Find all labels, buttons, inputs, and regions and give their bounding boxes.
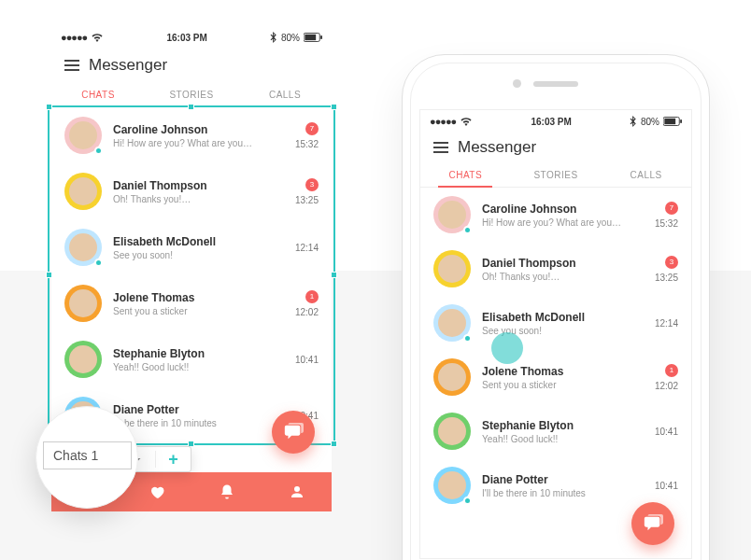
battery-icon (663, 117, 682, 126)
avatar (64, 341, 102, 378)
unread-badge: 1 (305, 290, 319, 303)
chat-time: 13:25 (655, 273, 678, 283)
chat-item[interactable]: Jolene ThomasSent you a sticker112:02 (420, 350, 691, 404)
device-mockup: ●●●●● 16:03 PM 80% Messenger CHATS STORI… (402, 54, 710, 560)
tab-chats[interactable]: CHATS (51, 82, 145, 106)
tab-bar: CHATS STORIES CALLS (420, 162, 691, 188)
chat-list[interactable]: Caroline JohnsonHi! How are you? What ar… (420, 188, 691, 512)
app-header: Messenger (420, 129, 691, 162)
tab-chats[interactable]: CHATS (420, 162, 511, 187)
nav-user[interactable] (262, 483, 332, 500)
fab-new-chat[interactable] (631, 502, 674, 545)
chat-preview: Sent you a sticker (113, 306, 284, 316)
chat-item[interactable]: Elisabeth McDonellSee you soon!12:14 (51, 219, 332, 275)
svg-rect-5 (680, 119, 682, 123)
chat-time: 12:02 (295, 307, 319, 317)
chat-name: Daniel Thompson (113, 179, 284, 192)
status-bar: ●●●●● 16:03 PM 80% (420, 110, 691, 129)
avatar (433, 413, 471, 450)
chat-icon (283, 422, 304, 442)
nav-bell[interactable] (191, 483, 262, 500)
avatar (433, 358, 471, 396)
status-bar: ●●●●● 16:03 PM 80% (51, 26, 332, 47)
bell-icon (219, 483, 235, 500)
chat-item[interactable]: Daniel ThompsonOh! Thanks you!…313:25 (51, 163, 332, 219)
chat-time: 12:14 (655, 318, 678, 329)
selected-layer-name[interactable]: Chats 1 (43, 441, 132, 469)
chat-item[interactable]: Elisabeth McDonellSee you soon!12:14 (420, 296, 691, 350)
svg-rect-1 (305, 35, 316, 40)
avatar (433, 250, 471, 287)
avatar (64, 173, 102, 210)
device-screen: ●●●●● 16:03 PM 80% Messenger CHATS STORI… (419, 109, 692, 559)
resize-handle[interactable] (331, 104, 337, 110)
chat-name: Stephanie Blyton (113, 347, 284, 360)
toolbar-add-button[interactable]: + (156, 450, 191, 469)
fab-new-chat[interactable] (272, 411, 315, 454)
chat-preview: See you soon! (482, 326, 644, 336)
hamburger-icon[interactable] (64, 60, 79, 71)
avatar (433, 304, 471, 342)
online-indicator (94, 147, 103, 155)
bluetooth-icon (630, 116, 637, 127)
chat-preview: I'll be there in 10 minutes (482, 488, 644, 498)
online-indicator (463, 226, 472, 234)
online-indicator (94, 259, 103, 267)
chat-name: Jolene Thomas (113, 291, 284, 304)
svg-rect-4 (664, 119, 675, 124)
avatar (64, 285, 102, 322)
hamburger-icon[interactable] (433, 142, 448, 153)
tab-calls[interactable]: CALLS (238, 82, 332, 106)
unread-badge: 1 (665, 364, 678, 377)
chat-name: Elisabeth McDonell (482, 311, 644, 324)
user-icon (289, 483, 305, 500)
chat-time: 12:02 (655, 381, 678, 391)
plus-icon: + (168, 450, 178, 469)
battery-percent: 80% (641, 117, 659, 127)
chat-item[interactable]: Caroline JohnsonHi! How are you? What ar… (51, 107, 332, 163)
chat-item[interactable]: Caroline JohnsonHi! How are you? What ar… (420, 188, 691, 242)
chat-time: 10:41 (295, 355, 319, 365)
heart-icon (149, 483, 165, 500)
device-speaker (533, 81, 578, 87)
avatar (433, 467, 471, 504)
battery-icon (304, 33, 322, 42)
signal-dots-icon: ●●●●● (61, 32, 87, 43)
status-time: 16:03 PM (531, 117, 571, 127)
avatar (433, 196, 471, 233)
chat-name: Caroline Johnson (113, 123, 284, 136)
status-time: 16:03 PM (166, 33, 206, 43)
unread-badge: 3 (665, 256, 678, 269)
tab-stories[interactable]: STORIES (511, 162, 602, 187)
wifi-icon (91, 33, 104, 42)
online-indicator (463, 334, 472, 343)
online-indicator (463, 497, 472, 505)
layer-label-popover: Chats 1 (26, 406, 143, 490)
chat-list[interactable]: Caroline JohnsonHi! How are you? What ar… (51, 107, 332, 443)
battery-percent: 80% (281, 33, 300, 43)
chat-name: Jolene Thomas (482, 365, 644, 378)
chat-time: 12:14 (295, 243, 319, 253)
svg-rect-2 (320, 35, 322, 39)
chat-item[interactable]: Stephanie BlytonYeah!! Good luck!!10:41 (51, 331, 332, 387)
tab-calls[interactable]: CALLS (601, 162, 691, 187)
chat-preview: Oh! Thanks you!… (482, 272, 644, 282)
chat-name: Elisabeth McDonell (113, 235, 284, 248)
avatar (64, 117, 102, 154)
chat-name: Stephanie Blyton (482, 419, 644, 432)
tab-bar: CHATS STORIES CALLS (51, 82, 332, 107)
bluetooth-icon (270, 32, 277, 43)
chat-item[interactable]: Jolene ThomasSent you a sticker112:02 (51, 275, 332, 331)
tab-stories[interactable]: STORIES (145, 82, 238, 106)
device-camera (513, 79, 521, 88)
chat-icon (643, 513, 663, 534)
signal-dots-icon: ●●●●● (430, 116, 456, 127)
chat-time: 13:25 (295, 195, 319, 205)
chat-preview: Yeah!! Good luck!! (482, 434, 644, 444)
chat-item[interactable]: Stephanie BlytonYeah!! Good luck!!10:41 (420, 404, 691, 458)
app-title: Messenger (89, 56, 167, 75)
chat-preview: Hi! How are you? What are you… (482, 217, 644, 228)
unread-badge: 3 (305, 178, 319, 191)
chat-name: Daniel Thompson (482, 257, 644, 270)
chat-item[interactable]: Daniel ThompsonOh! Thanks you!…313:25 (420, 242, 691, 296)
